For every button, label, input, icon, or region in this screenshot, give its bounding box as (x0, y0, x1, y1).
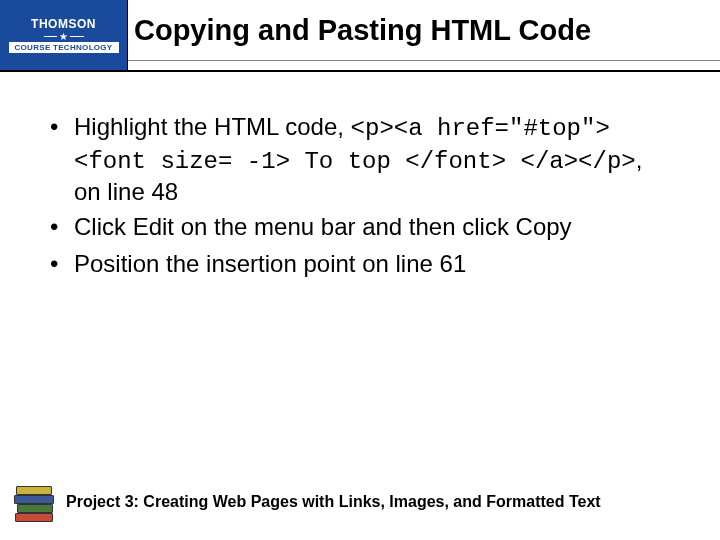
header-underline (128, 60, 720, 61)
slide-footer: Project 3: Creating Web Pages with Links… (0, 482, 720, 522)
bullet-item: Highlight the HTML code, <p><a href="#to… (46, 112, 674, 208)
slide-body: Highlight the HTML code, <p><a href="#to… (0, 72, 720, 282)
bullet-item: Click Edit on the menu bar and then clic… (46, 212, 674, 245)
bullet-item: Position the insertion point on line 61 (46, 249, 674, 282)
logo-star-divider: ★ (54, 35, 74, 38)
slide-title: Copying and Pasting HTML Code (134, 14, 591, 47)
logo-brand-text: THOMSON (31, 17, 96, 31)
slide-header: THOMSON ★ COURSE TECHNOLOGY Copying and … (0, 0, 720, 72)
publisher-logo: THOMSON ★ COURSE TECHNOLOGY (0, 0, 128, 70)
footer-text: Project 3: Creating Web Pages with Links… (66, 493, 601, 511)
logo-subbrand-text: COURSE TECHNOLOGY (9, 42, 119, 53)
bullet-text-pre: Position the insertion point on line 61 (74, 250, 466, 277)
series-logo (12, 482, 56, 522)
bullet-text-pre: Highlight the HTML code, (74, 113, 351, 140)
bullet-text-pre: Click Edit on the menu bar and then clic… (74, 213, 572, 240)
book-stack-icon (12, 482, 56, 522)
